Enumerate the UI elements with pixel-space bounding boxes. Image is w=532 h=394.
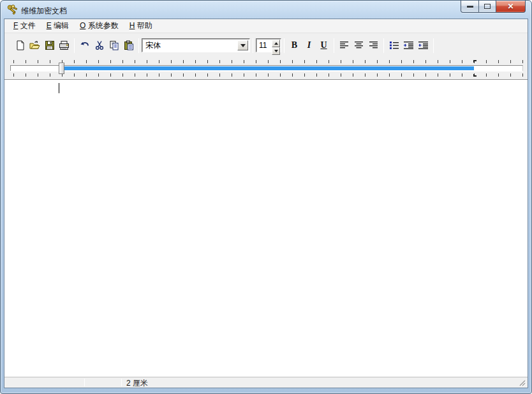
font-size-up-button[interactable] [272, 40, 280, 47]
text-caret [59, 83, 59, 93]
align-right-button[interactable] [366, 38, 381, 53]
bold-button[interactable]: B [287, 38, 302, 53]
underline-icon: U [320, 41, 327, 50]
font-size-spinner[interactable]: 11 [256, 38, 281, 52]
open-folder-icon [29, 40, 40, 50]
bullet-list-icon [389, 41, 399, 50]
toolbar-separator [284, 38, 284, 53]
toolbar: 宋体 11 B I U [4, 33, 528, 57]
toolbar-separator [383, 38, 384, 53]
outdent-button[interactable] [416, 38, 431, 53]
indent-icon [403, 41, 414, 50]
minimize-icon [467, 6, 473, 8]
ruler-ticks-top [10, 60, 523, 63]
right-margin-mark-bottom [473, 74, 477, 77]
keys-icon [6, 4, 18, 15]
cut-button[interactable] [92, 38, 107, 53]
font-family-select[interactable]: 宋体 [142, 38, 250, 52]
align-center-icon [354, 41, 364, 50]
minimize-button[interactable] [461, 1, 479, 13]
ruler-track [10, 65, 523, 71]
client-area: F 文件 E 编辑 O 系统参数 H 帮助 [4, 19, 528, 388]
close-icon: ✕ [507, 3, 514, 10]
align-left-icon [339, 41, 350, 50]
right-margin-mark-top [473, 60, 477, 63]
bold-icon: B [292, 41, 297, 50]
menu-system-params[interactable]: O 系统参数 [75, 19, 123, 33]
status-position-text: 2 厘米 [126, 378, 148, 388]
menu-help[interactable]: H 帮助 [125, 19, 157, 33]
window-title: 维维加密文档 [21, 6, 67, 17]
status-panel-divider [121, 379, 122, 386]
paste-icon [124, 40, 134, 50]
toolbar-separator [138, 38, 139, 53]
menu-edit[interactable]: E 编辑 [42, 19, 73, 33]
italic-icon: I [307, 41, 311, 50]
align-center-button[interactable] [351, 38, 366, 53]
undo-button[interactable] [77, 38, 92, 53]
status-panel-divider [84, 379, 85, 386]
ruler-active-region [63, 66, 474, 70]
font-family-value: 宋体 [145, 40, 161, 51]
document-edit-area[interactable] [4, 79, 528, 377]
save-icon [45, 40, 55, 50]
undo-icon [80, 40, 90, 50]
menu-file[interactable]: F 文件 [9, 19, 40, 33]
toolbar-separator [433, 38, 434, 53]
indent-button[interactable] [401, 38, 416, 53]
ruler-ticks-bottom [10, 73, 523, 77]
close-button[interactable]: ✕ [496, 1, 526, 13]
indent-marker-handle[interactable] [59, 63, 64, 74]
app-window: 维维加密文档 ✕ F 文件 E 编辑 O 系统参数 H 帮助 [0, 0, 532, 394]
align-right-icon [369, 41, 379, 50]
resize-grip[interactable] [518, 379, 526, 387]
caption-buttons: ✕ [461, 1, 526, 13]
open-file-button[interactable] [27, 38, 42, 53]
print-icon [59, 40, 70, 50]
toolbar-separator [253, 38, 253, 53]
font-family-dropdown-button[interactable] [237, 40, 248, 50]
menu-bar: F 文件 E 编辑 O 系统参数 H 帮助 [4, 19, 528, 33]
font-size-down-button[interactable] [272, 47, 280, 55]
copy-button[interactable] [107, 38, 121, 53]
status-bar: 2 厘米 [4, 377, 528, 388]
align-left-button[interactable] [337, 38, 351, 53]
toolbar-separator [334, 38, 334, 53]
print-button[interactable] [57, 38, 71, 53]
font-size-value: 11 [259, 41, 267, 50]
italic-button[interactable]: I [302, 38, 316, 53]
cut-icon [94, 40, 105, 50]
maximize-icon [484, 4, 491, 9]
underline-button[interactable]: U [316, 38, 331, 53]
toolbar-separator [74, 38, 75, 53]
new-document-icon [15, 40, 26, 50]
ruler [4, 57, 528, 79]
title-bar[interactable]: 维维加密文档 ✕ [1, 1, 531, 19]
save-button[interactable] [42, 38, 57, 53]
copy-icon [109, 40, 119, 50]
paste-button[interactable] [121, 38, 136, 53]
outdent-icon [418, 41, 429, 50]
new-document-button[interactable] [13, 38, 27, 53]
maximize-button[interactable] [479, 1, 496, 13]
bullet-list-button[interactable] [387, 38, 401, 53]
